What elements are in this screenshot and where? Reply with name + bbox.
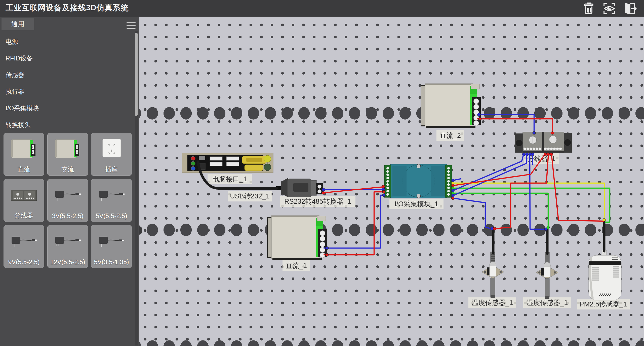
sidebar-item-power[interactable]: 电源 [0,33,131,50]
palette-tile-3v-adapter[interactable]: 3V(5.5-2.5) [47,179,88,222]
wire-blue[interactable] [453,198,491,229]
device-pc-interface[interactable] [182,153,273,173]
palette-tile-5v-adapter[interactable]: 5V(5.5-2.5) [91,179,132,222]
sidebar-item-sensor[interactable]: 传感器 [0,66,131,83]
device-io-module[interactable] [384,164,452,198]
palette-tile-9v-adapter[interactable]: 9V(5.5-2.5) [4,225,44,268]
wire-blue[interactable] [477,115,534,133]
wire-red[interactable] [495,154,548,229]
device-label: RS232转485转换器_1 [280,196,355,207]
view-eye-icon[interactable] [602,2,616,16]
adapter-thumbnail [48,181,88,209]
svg-text:RS232转485转换器_1: RS232转485转换器_1 [284,198,351,205]
device-label: 电脑接口_1 [208,174,252,184]
svg-text:电脑接口_1: 电脑接口_1 [212,175,247,183]
dc-power-thumbnail [4,135,44,163]
device-dc-power-2[interactable] [421,84,481,128]
device-label: I/O采集模块_1 [389,199,444,209]
category-menu: 电源 RFID设备 传感器 执行器 I/O采集模块 转换接头 [0,33,131,133]
palette-tile-splitter[interactable]: 分线器 [4,179,44,222]
sidebar-item-actuator[interactable]: 执行器 [0,83,131,100]
device-dc-power-1[interactable] [267,216,327,260]
app-window: 工业互联网设备及接线3D仿真系统 [0,0,644,346]
sidebar-item-io-module[interactable]: I/O采集模块 [0,100,131,116]
socket-thumbnail [91,135,132,163]
svg-text:直流_1: 直流_1 [286,262,307,269]
canvas-3d-viewport[interactable]: 直流_2 分线器_1 电脑接口_1 USB转232_1 RS232转485转换器… [139,17,644,346]
splitter-thumbnail [4,181,44,209]
wire-red[interactable] [477,119,552,133]
ac-power-thumbnail [48,135,88,163]
svg-text:湿度传感器_1: 湿度传感器_1 [526,299,568,306]
app-title: 工业互联网设备及接线3D仿真系统 [6,0,129,17]
adapter-thumbnail [91,227,132,255]
svg-text:直流_2: 直流_2 [440,132,461,139]
svg-text:USB转232_1: USB转232_1 [230,192,270,200]
device-label: USB转232_1 [228,191,272,201]
palette-tile-socket[interactable]: 插座 [91,133,132,176]
device-temperature-sensor[interactable] [482,252,504,298]
palette-tile-dc[interactable]: 直流 [4,133,44,176]
wire-blue[interactable] [453,154,524,191]
palette-tile-ac[interactable]: 交流 [47,133,88,176]
device-label: 直流_2 [436,130,464,141]
adapter-thumbnail [91,181,132,209]
adapter-thumbnail [48,227,88,255]
wire-red[interactable] [551,154,604,221]
svg-text:温度传感器_1: 温度传感器_1 [471,299,513,306]
menu-hamburger-icon[interactable] [127,22,136,29]
device-rs232-485-converter[interactable] [276,178,323,197]
tab-general[interactable]: 通用 [2,18,34,30]
svg-text:I/O采集模块_1: I/O采集模块_1 [394,200,438,208]
palette-tile-5v-small-adapter[interactable]: 5V(3.5-1.35) [91,225,132,268]
device-label: 湿度传感器_1 [523,297,571,308]
component-sidebar: 通用 电源 RFID设备 传感器 执行器 I/O采集模块 转换接头 [0,17,139,346]
adapter-thumbnail [4,227,44,255]
device-splitter[interactable] [515,132,572,153]
device-label: 温度传感器_1 [468,297,516,308]
app-header: 工业互联网设备及接线3D仿真系统 [0,0,644,17]
sidebar-item-adapter[interactable]: 转换接头 [0,116,131,133]
svg-text:PM2.5传感器_1: PM2.5传感器_1 [579,300,627,308]
device-pm25-sensor[interactable] [589,250,621,300]
scene-svg: 直流_2 分线器_1 电脑接口_1 USB转232_1 RS232转485转换器… [139,17,644,346]
sidebar-scrollbar-thumb[interactable] [135,33,138,116]
exit-door-icon[interactable] [623,2,637,16]
device-humidity-sensor[interactable] [536,252,558,299]
wire-green[interactable] [452,193,548,228]
sidebar-item-rfid[interactable]: RFID设备 [0,50,131,66]
device-label: 直流_1 [283,260,310,271]
delete-trash-icon[interactable] [582,2,596,16]
sidebar-scrollbar[interactable] [135,31,138,345]
device-label: PM2.5传感器_1 [577,299,630,309]
palette-tile-12v-adapter[interactable]: 12V(5.5-2.5) [47,225,88,268]
